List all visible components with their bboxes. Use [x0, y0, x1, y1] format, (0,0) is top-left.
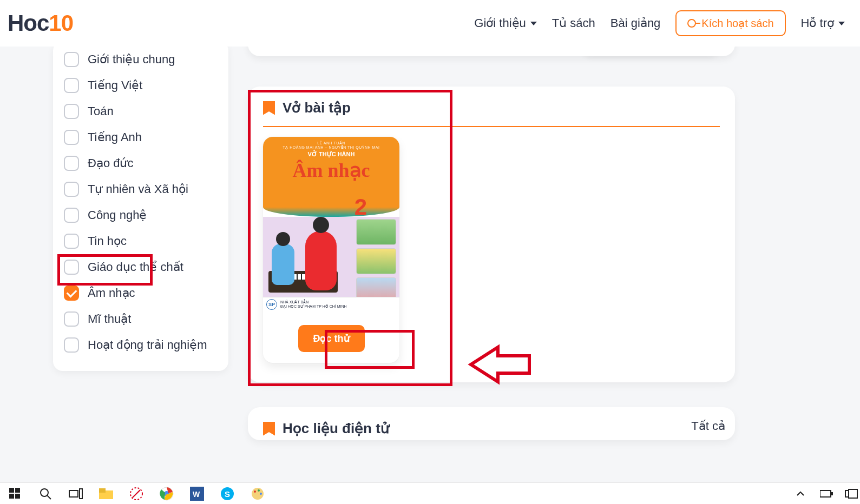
read-preview-button[interactable]: Đọc thử: [298, 325, 365, 352]
logo[interactable]: Hoc 10: [8, 10, 73, 36]
nav-intro[interactable]: Giới thiệu: [474, 16, 536, 30]
filter-cong-nghe[interactable]: Công nghệ: [63, 202, 219, 228]
publisher-logo-icon: SP: [266, 299, 277, 310]
os-taskbar: W S: [0, 482, 860, 504]
tray-chevron-up-icon[interactable]: [793, 486, 808, 501]
nav-lectures[interactable]: Bài giảng: [610, 16, 661, 30]
filter-giao-duc-the-chat[interactable]: Giáo dục thể chất: [63, 254, 219, 280]
filter-tieng-anh[interactable]: Tiếng Anh: [63, 124, 219, 150]
girl-illustration: [305, 231, 337, 290]
svg-rect-1: [9, 488, 14, 493]
filter-gioi-thieu-chung[interactable]: Giới thiệu chung: [63, 47, 219, 72]
svg-line-12: [133, 490, 140, 498]
publisher-line2: ĐẠI HỌC SƯ PHẠM TP HỒ CHÍ MINH: [280, 304, 347, 308]
book-card-am-nhac-2[interactable]: LÊ ANH TUẤN TẠ HOÀNG MAI ANH – NGUYỄN TH…: [263, 137, 399, 363]
skype-icon[interactable]: S: [220, 486, 235, 501]
checkbox-icon: [64, 260, 79, 275]
checkbox-icon: [64, 78, 79, 93]
book-cover: LÊ ANH TUẤN TẠ HOÀNG MAI ANH – NGUYỄN TH…: [263, 137, 399, 311]
chevron-down-icon: [838, 22, 845, 25]
svg-text:W: W: [193, 490, 200, 499]
key-icon: [687, 19, 696, 28]
boy-illustration: [272, 244, 294, 285]
ribbon-icon: [263, 101, 275, 115]
cover-authors-line: TẠ HOÀNG MAI ANH – NGUYỄN THỊ QUỲNH MAI: [263, 145, 399, 150]
section-header: Vở bài tập: [263, 100, 720, 127]
svg-rect-25: [831, 492, 833, 495]
cover-title: Âm nhạc: [263, 159, 399, 182]
snip-icon[interactable]: [129, 486, 144, 501]
filter-am-nhac[interactable]: Âm nhạc: [63, 280, 219, 306]
cover-thumb-1: [356, 219, 396, 245]
nav-intro-label: Giới thiệu: [474, 16, 526, 30]
battery-icon[interactable]: [819, 486, 834, 501]
checkbox-icon: [64, 234, 79, 249]
top-nav: Giới thiệu Tủ sách Bài giảng Kích hoạt s…: [474, 10, 845, 36]
filter-label: Tiếng Việt: [88, 78, 142, 92]
section-title: Học liệu điện tử: [283, 420, 389, 437]
nav-support[interactable]: Hỗ trợ: [801, 16, 845, 30]
filter-label: Hoạt động trải nghiệm: [88, 338, 207, 352]
svg-point-5: [41, 489, 48, 496]
filter-hoat-dong-trai-nghiem[interactable]: Hoạt động trải nghiệm: [63, 332, 219, 358]
cover-thumb-2: [356, 248, 396, 274]
activate-book-button[interactable]: Kích hoạt sách: [675, 10, 785, 36]
ribbon-icon: [263, 422, 275, 436]
cover-grade: 2: [354, 194, 367, 220]
chevron-down-icon: [530, 22, 537, 25]
file-explorer-icon[interactable]: [99, 486, 114, 501]
cover-authors-small: LÊ ANH TUẤN: [263, 141, 399, 145]
search-icon[interactable]: [38, 486, 53, 501]
activate-book-label: Kích hoạt sách: [701, 17, 773, 30]
filter-mi-thuat[interactable]: Mĩ thuật: [63, 306, 219, 332]
filter-label: Tin học: [88, 234, 127, 248]
checkbox-icon: [64, 311, 79, 327]
svg-rect-8: [80, 489, 82, 499]
filter-label: Giáo dục thể chất: [88, 260, 183, 274]
checkbox-checked-icon: [64, 286, 79, 301]
chrome-icon[interactable]: [159, 486, 174, 501]
svg-rect-4: [15, 494, 20, 499]
main-column: Vở bài tập LÊ ANH TUẤN TẠ HOÀNG MAI ANH …: [248, 30, 735, 440]
svg-point-21: [254, 490, 256, 493]
body: Giới thiệu chung Tiếng Việt Toán Tiếng A…: [0, 47, 860, 482]
checkbox-icon: [64, 208, 79, 223]
nav-lectures-label: Bài giảng: [610, 16, 661, 30]
paint-icon[interactable]: [250, 486, 265, 501]
filter-dao-duc[interactable]: Đạo đức: [63, 150, 219, 176]
word-icon[interactable]: W: [189, 486, 205, 501]
checkbox-icon: [64, 337, 79, 353]
subject-filter-panel: Giới thiệu chung Tiếng Việt Toán Tiếng A…: [53, 41, 228, 371]
windows-start-icon[interactable]: [8, 486, 23, 501]
filter-tieng-viet[interactable]: Tiếng Việt: [63, 72, 219, 98]
checkbox-icon: [64, 156, 79, 171]
action-center-icon[interactable]: [845, 490, 852, 498]
checkbox-icon: [64, 182, 79, 197]
svg-line-6: [47, 495, 51, 499]
nav-bookshelf-label: Tủ sách: [552, 16, 595, 30]
read-preview-label: Đọc thử: [313, 333, 350, 344]
filter-label: Tiếng Anh: [88, 130, 142, 144]
nav-support-label: Hỗ trợ: [801, 16, 834, 30]
section-eresources: Học liệu điện tử Tất cả: [248, 407, 735, 440]
filter-label: Giới thiệu chung: [88, 52, 175, 67]
filter-label: Toán: [88, 104, 114, 118]
filter-tu-nhien-xa-hoi[interactable]: Tự nhiên và Xã hội: [63, 176, 219, 202]
nav-bookshelf[interactable]: Tủ sách: [552, 16, 595, 30]
logo-text-orange: 10: [49, 10, 73, 36]
checkbox-icon: [64, 130, 79, 145]
filter-label: Mĩ thuật: [88, 312, 131, 326]
filter-toan[interactable]: Toán: [63, 98, 219, 124]
view-all-link[interactable]: Tất cả: [691, 419, 725, 433]
task-view-icon[interactable]: [68, 486, 83, 501]
checkbox-icon: [64, 52, 79, 67]
svg-rect-10: [99, 488, 106, 493]
svg-point-22: [258, 489, 260, 492]
filter-label: Âm nhạc: [88, 286, 135, 300]
filter-label: Tự nhiên và Xã hội: [88, 182, 188, 196]
filter-label: Công nghệ: [88, 208, 147, 222]
logo-text-dark: Hoc: [8, 10, 49, 36]
filter-tin-hoc[interactable]: Tin học: [63, 228, 219, 254]
filter-label: Đạo đức: [88, 156, 133, 170]
svg-rect-7: [69, 490, 78, 497]
